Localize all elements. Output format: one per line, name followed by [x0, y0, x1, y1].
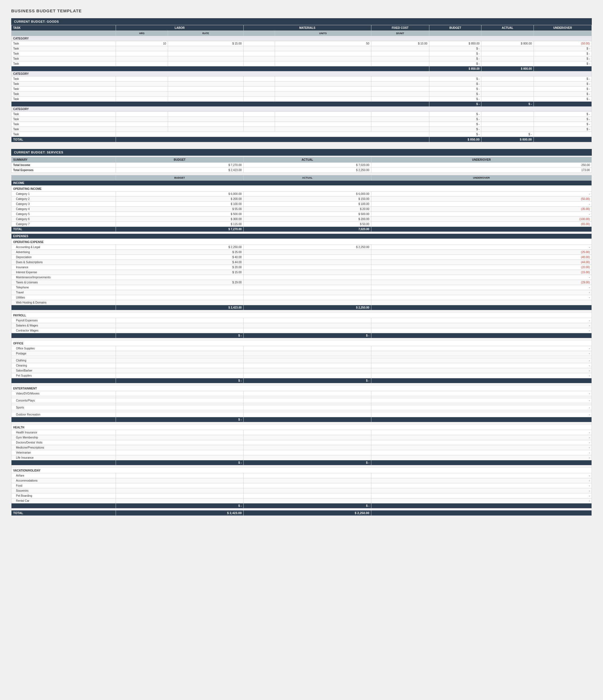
expense-row-actual	[243, 323, 371, 328]
expense-row-budget: $ 20.00	[116, 265, 243, 270]
expense-row-uo: (15.00)	[371, 270, 592, 275]
income-data-row: Category 7 $ 115.00 $ 50.00 (65.00)	[11, 222, 592, 227]
income-row-label: Category 2	[11, 197, 116, 202]
expense-sub-total-uo	[371, 417, 592, 422]
expense-sub-total-row-0: $ 2,423.00 $ 2,250.00	[11, 305, 592, 310]
expense-row-label: Payroll Expenses	[11, 318, 116, 323]
goods-rate	[168, 97, 244, 102]
summary-actual-col: ACTUAL	[243, 157, 371, 163]
income-row-budget: $ 6,000.00	[116, 192, 243, 197]
expense-data-row: Veterinarian -	[11, 450, 592, 455]
goods-task: Task	[11, 56, 116, 61]
expense-data-row: Medicine/Prescriptions -	[11, 445, 592, 450]
expense-data-row: Utilities -	[11, 295, 592, 300]
goods-per-unit	[371, 81, 429, 86]
expense-sub-total-uo	[371, 503, 592, 508]
goods-budget: $ -	[429, 56, 481, 61]
expense-row-uo	[371, 396, 592, 398]
expense-sub-label: PAYROLL	[11, 312, 592, 318]
goods-per-unit	[371, 112, 429, 117]
expense-data-row: Telephone -	[11, 285, 592, 290]
services-label-col	[11, 175, 116, 181]
expense-sub-label-row-2: OFFICE	[11, 340, 592, 346]
expense-row-actual	[243, 368, 371, 373]
expense-row-label: Rental Car	[11, 498, 116, 503]
expense-row-budget	[116, 430, 243, 435]
goods-task: Task	[11, 112, 116, 117]
goods-uo: $ -	[534, 76, 592, 81]
expense-row-budget	[116, 356, 243, 358]
expense-row-uo: (25.00)	[371, 250, 592, 255]
income-row-actual: $ 50.00	[243, 222, 371, 227]
expense-row-label: Accounting & Legal	[11, 245, 116, 250]
expense-row-label: Salon/Barber	[11, 368, 116, 373]
budget-sub-header	[429, 31, 481, 36]
goods-units	[275, 56, 371, 61]
expense-sub-label-row-1: PAYROLL	[11, 312, 592, 318]
expense-row-uo: -	[371, 478, 592, 483]
goods-per-unit	[371, 122, 429, 127]
expense-row-uo: -	[371, 295, 592, 300]
expense-row-label: Contractor Wages	[11, 328, 116, 333]
expense-row-uo: -	[371, 346, 592, 351]
goods-rate	[168, 56, 244, 61]
expense-row-budget	[116, 445, 243, 450]
expense-row-label: Accommodations	[11, 478, 116, 483]
expense-row-actual	[243, 398, 371, 403]
goods-budget: $ -	[429, 117, 481, 122]
expense-row-uo: -	[371, 430, 592, 435]
goods-header: CURRENT BUDGET: GOODS	[11, 18, 592, 25]
goods-total-spacer	[116, 137, 429, 142]
goods-empty	[243, 51, 275, 56]
goods-subtotal-actual: $ -	[481, 102, 534, 107]
expense-sub-label-row-4: HEALTH	[11, 424, 592, 430]
expense-row-uo: -	[371, 455, 592, 460]
expense-data-row: Food -	[11, 483, 592, 488]
expense-data-row: Salon/Barber -	[11, 368, 592, 373]
goods-budget: $ -	[429, 127, 481, 132]
goods-units	[275, 46, 371, 51]
expense-row-actual	[243, 478, 371, 483]
expense-row-actual	[243, 363, 371, 368]
goods-subtotal-spacer	[11, 66, 429, 71]
expenses-grand-total-uo	[371, 510, 592, 516]
units-sub-header: UNITS	[275, 31, 371, 36]
goods-total-uo	[534, 137, 592, 142]
goods-data-row: Task $ - $ -	[11, 76, 592, 81]
goods-subtotal-uo	[534, 102, 592, 107]
expense-row-actual	[243, 356, 371, 358]
expense-row-uo: -	[371, 483, 592, 488]
expense-row-uo: -	[371, 435, 592, 440]
expense-sub-total-spacer	[11, 305, 116, 310]
goods-category-label: CATEGORY	[11, 107, 592, 112]
goods-units	[275, 61, 371, 66]
expense-data-row	[11, 403, 592, 405]
units-label-header	[243, 31, 275, 36]
expense-data-row: Web Hosting & Domains	[11, 300, 592, 305]
goods-data-row: Task $ - $ -	[11, 127, 592, 132]
expense-row-label: Insurance	[11, 265, 116, 270]
goods-empty	[243, 112, 275, 117]
expense-row-budget	[116, 398, 243, 403]
goods-hrs	[116, 46, 168, 51]
expense-row-budget	[116, 285, 243, 290]
expense-row-budget: $ 15.00	[116, 270, 243, 275]
goods-uo: $ -	[534, 112, 592, 117]
expense-row-actual	[243, 300, 371, 305]
spacer-row	[11, 232, 592, 234]
income-row-budget: $ 300.00	[116, 217, 243, 222]
expense-row-actual	[243, 391, 371, 396]
goods-budget: $ -	[429, 86, 481, 92]
expense-row-budget	[116, 412, 243, 417]
summary-row-budget: $ 7,270.00	[116, 163, 243, 168]
expense-row-actual	[243, 275, 371, 280]
expense-data-row: Life Insurance -	[11, 455, 592, 460]
goods-units: 50	[275, 41, 371, 46]
goods-last-task: Task	[11, 132, 116, 137]
expense-row-actual	[243, 410, 371, 412]
services-col-headers: BUDGET ACTUAL UNDER/OVER	[11, 175, 592, 181]
expense-data-row: Depreciation $ 40.00 (40.00)	[11, 255, 592, 260]
expense-row-budget: $ 2,250.00	[116, 245, 243, 250]
goods-actual	[481, 112, 534, 117]
income-row-uo: (65.00)	[371, 222, 592, 227]
